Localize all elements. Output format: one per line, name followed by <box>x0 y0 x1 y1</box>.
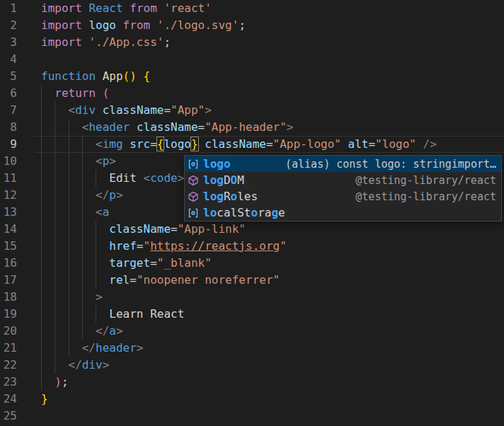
code-token: target <box>109 256 150 270</box>
code-line[interactable]: 22</div> <box>0 357 504 374</box>
code-line[interactable]: 20</a> <box>0 323 504 340</box>
indent-guide <box>82 136 96 153</box>
line-number[interactable]: 5 <box>0 68 17 85</box>
code-line[interactable]: 9<img src={logo} className="App-logo" al… <box>0 136 504 153</box>
indent-guide <box>55 153 68 170</box>
code-token: > <box>178 171 185 185</box>
line-number[interactable]: 9 <box>0 136 17 153</box>
code-line[interactable]: 16target="_blank" <box>0 255 504 272</box>
line-number[interactable]: 18 <box>0 289 17 306</box>
code-line[interactable]: 4 <box>0 51 504 68</box>
code-line[interactable]: 5function App() { <box>0 68 504 85</box>
code-token: return <box>55 86 96 100</box>
code-token: > <box>116 188 123 202</box>
code-line[interactable]: 8<header className="App-header"> <box>0 119 504 136</box>
line-number[interactable]: 16 <box>0 255 17 272</box>
code-line[interactable]: 24} <box>0 391 504 408</box>
indent-guide <box>41 289 55 306</box>
code-line[interactable]: 23); <box>0 374 504 391</box>
indent-guide <box>82 238 96 255</box>
indent-guide <box>55 221 68 238</box>
indent-guide <box>55 136 68 153</box>
suggest-item[interactable]: logo(alias) const logo: stringimport… <box>185 156 501 172</box>
variable-icon <box>188 159 199 170</box>
code-token: "_blank" <box>157 256 212 270</box>
method-icon <box>188 191 199 202</box>
indent-guide <box>69 323 82 340</box>
line-number[interactable]: 2 <box>0 17 17 34</box>
code-line[interactable]: 14className="App-link" <box>0 221 504 238</box>
code-token <box>157 1 164 15</box>
code-token: header <box>96 341 137 355</box>
indent-guide <box>41 357 55 374</box>
code-token: rel <box>109 273 130 287</box>
code-token: { <box>144 69 151 83</box>
line-number[interactable]: 14 <box>0 221 17 238</box>
code-line[interactable]: 21</header> <box>0 340 504 357</box>
code-token: ; <box>62 375 69 388</box>
code-line[interactable]: 15href="https://reactjs.org" <box>0 238 504 255</box>
line-number[interactable]: 22 <box>0 357 17 374</box>
line-content: import './App.css'; <box>17 34 171 51</box>
line-number[interactable]: 19 <box>0 306 17 323</box>
line-number[interactable]: 3 <box>0 34 17 51</box>
code-token <box>130 120 137 134</box>
line-number[interactable]: 15 <box>0 238 17 255</box>
code-token: > <box>287 120 294 134</box>
suggest-item-label: localStorage <box>203 206 285 219</box>
line-number[interactable]: 12 <box>0 187 17 204</box>
code-token: > <box>205 103 212 117</box>
suggest-item[interactable]: logDOM@testing-library/react <box>185 172 501 188</box>
line-number[interactable]: 8 <box>0 119 17 136</box>
indent-guide <box>82 187 96 204</box>
code-token: </ <box>69 358 82 372</box>
code-line[interactable]: 19Learn React <box>0 306 504 323</box>
indent-guide <box>41 153 55 170</box>
indent-guide <box>69 221 82 238</box>
line-content: href="https://reactjs.org" <box>17 238 287 255</box>
indent-guide <box>96 170 109 187</box>
indent-guide <box>55 170 68 187</box>
line-number[interactable]: 21 <box>0 340 17 357</box>
code-token: > <box>137 341 144 355</box>
line-number[interactable]: 10 <box>0 153 17 170</box>
line-number[interactable]: 7 <box>0 102 17 119</box>
indent-guide <box>41 323 55 340</box>
code-line[interactable]: 7<div className="App"> <box>0 102 504 119</box>
line-number[interactable]: 4 <box>0 51 17 68</box>
line-number[interactable]: 17 <box>0 272 17 289</box>
suggest-item[interactable]: logRoles@testing-library/react <box>185 188 501 205</box>
indent-guide <box>82 323 96 340</box>
code-line[interactable]: 6return ( <box>0 85 504 102</box>
code-line[interactable]: 25 <box>0 408 504 425</box>
line-number[interactable]: 24 <box>0 391 17 408</box>
line-number[interactable]: 6 <box>0 85 17 102</box>
line-content: </header> <box>17 340 144 357</box>
code-token: "App" <box>171 103 205 117</box>
code-token: "App-link" <box>178 222 246 236</box>
code-token: "noopener noreferrer" <box>137 273 280 287</box>
code-line[interactable]: 17rel="noopener noreferrer" <box>0 272 504 289</box>
line-number[interactable]: 20 <box>0 323 17 340</box>
code-token: 'react' <box>164 1 211 15</box>
code-token: ; <box>239 18 246 32</box>
line-number[interactable]: 11 <box>0 170 17 187</box>
code-token: " <box>280 239 287 253</box>
code-token: = <box>368 137 375 151</box>
code-line[interactable]: 1import React from 'react' <box>0 0 504 17</box>
indent-guide <box>41 85 55 102</box>
code-token: logo <box>88 18 116 32</box>
code-line[interactable]: 3import './App.css'; <box>0 34 504 51</box>
line-number[interactable]: 23 <box>0 374 17 391</box>
line-number[interactable]: 25 <box>0 408 17 425</box>
line-content: > <box>17 289 103 306</box>
code-token <box>96 86 103 100</box>
code-token: href <box>109 239 137 253</box>
code-line[interactable]: 18> <box>0 289 504 306</box>
suggest-item-label: logo <box>203 157 231 171</box>
code-editor[interactable]: 1import React from 'react'2import logo f… <box>0 0 504 426</box>
line-number[interactable]: 13 <box>0 204 17 221</box>
line-number[interactable]: 1 <box>0 0 17 17</box>
suggest-item[interactable]: localStorage <box>185 205 501 221</box>
code-line[interactable]: 2import logo from './logo.svg'; <box>0 17 504 34</box>
